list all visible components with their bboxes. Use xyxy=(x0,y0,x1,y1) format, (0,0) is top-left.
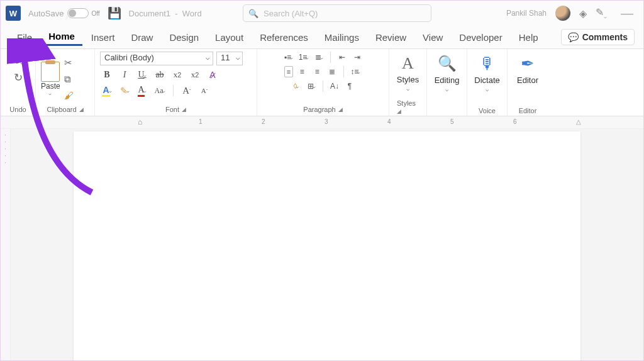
clipboard-group-title: Clipboard xyxy=(47,106,76,113)
text-effects-button[interactable]: A⌵ xyxy=(100,84,114,97)
editor-icon: ✒ xyxy=(521,53,535,74)
paragraph-dialog-launcher[interactable]: ◢ xyxy=(338,106,343,113)
premium-icon[interactable]: ◈ xyxy=(579,8,587,19)
superscript-button[interactable]: x2 xyxy=(188,69,202,81)
autosave-label: AutoSave xyxy=(28,9,64,18)
group-undo: ↺⌵ ↻ Undo xyxy=(1,49,36,116)
underline-button[interactable]: U⌵ xyxy=(135,69,149,81)
search-placeholder: Search (Alt+Q) xyxy=(264,9,318,18)
bullets-button[interactable]: ▪≡⌵ xyxy=(282,52,295,63)
tab-design[interactable]: Design xyxy=(162,30,206,45)
comment-icon: 💬 xyxy=(568,32,579,42)
undo-icon[interactable]: ↺⌵ xyxy=(13,54,23,67)
increase-indent-button[interactable]: ⇥ xyxy=(351,52,364,63)
numbering-button[interactable]: 1≡⌵ xyxy=(297,52,310,63)
shading-button[interactable]: ◊⌵ xyxy=(290,81,303,92)
tab-file[interactable]: File xyxy=(9,30,40,45)
paste-button[interactable]: Paste ⌵ xyxy=(41,62,60,96)
font-size-select[interactable]: 11 xyxy=(216,52,243,65)
clipboard-icon xyxy=(41,62,60,82)
tab-mailings[interactable]: Mailings xyxy=(317,30,367,45)
tab-developer[interactable]: Developer xyxy=(452,30,509,45)
editor-button[interactable]: ✒ Editor Editor xyxy=(508,49,548,116)
chevron-down-icon: ⌵ xyxy=(486,86,489,92)
styles-icon: A xyxy=(402,53,414,74)
strikethrough-button[interactable]: ab xyxy=(153,69,167,81)
toggle-track[interactable] xyxy=(67,8,89,18)
dictate-button[interactable]: 🎙 Dictate ⌵ Voice xyxy=(467,49,508,116)
chevron-down-icon: ⌵ xyxy=(406,86,409,92)
group-font: Calibri (Body) 11 B I U⌵ ab x2 x2 A̷ A⌵ … xyxy=(95,49,257,116)
copy-icon[interactable]: ⧉ xyxy=(64,74,74,85)
styles-button[interactable]: A Styles ⌵ Styles ◢ xyxy=(389,49,427,116)
justify-button[interactable]: ≣ xyxy=(326,66,338,77)
show-marks-button[interactable]: ¶ xyxy=(343,81,356,92)
undo-group-title: Undo xyxy=(6,106,30,114)
autosave-state: Off xyxy=(91,10,99,17)
align-center-button[interactable]: ≡ xyxy=(296,66,308,77)
paragraph-group-title: Paragraph xyxy=(303,106,335,113)
sort-button[interactable]: A↓ xyxy=(328,81,341,92)
font-name-select[interactable]: Calibri (Body) xyxy=(100,52,213,65)
ribbon-tabs: File Home Insert Draw Design Layout Refe… xyxy=(1,26,643,48)
tab-review[interactable]: Review xyxy=(368,30,414,45)
title-bar: W AutoSave Off 💾 Document1 - Word 🔍 Sear… xyxy=(1,1,643,26)
clipboard-dialog-launcher[interactable]: ◢ xyxy=(79,106,84,113)
chevron-down-icon: ⌵ xyxy=(48,91,52,96)
right-indent-marker-icon[interactable]: △ xyxy=(576,118,581,125)
align-right-button[interactable]: ≡ xyxy=(311,66,323,77)
document-title: Document1 - Word xyxy=(129,9,202,18)
ribbon: ↺⌵ ↻ Undo Paste ⌵ ✂ ⧉ 🖌 Clipboard◢ Calib… xyxy=(1,48,643,116)
tab-draw[interactable]: Draw xyxy=(123,30,160,45)
avatar[interactable] xyxy=(555,6,570,21)
document-page[interactable] xyxy=(74,131,580,361)
line-spacing-button[interactable]: ↕≡⌵ xyxy=(349,66,362,77)
comments-button[interactable]: 💬 Comments xyxy=(561,29,635,45)
bold-button[interactable]: B xyxy=(100,69,114,81)
tab-home[interactable]: Home xyxy=(41,28,82,46)
horizontal-ruler[interactable]: ⌂ 1 2 3 4 5 6 △ xyxy=(1,116,643,129)
highlight-button[interactable]: ✎⌵ xyxy=(118,84,131,97)
document-area: ····· xyxy=(1,129,643,360)
tab-help[interactable]: Help xyxy=(511,30,546,45)
borders-button[interactable]: ⊞⌵ xyxy=(305,81,318,92)
paste-label: Paste xyxy=(41,82,60,91)
group-paragraph: ▪≡⌵ 1≡⌵ ≣⌵ ⇤ ⇥ ≡ ≡ ≡ ≣ ↕≡⌵ ◊⌵ ⊞⌵ A↓ ¶ xyxy=(257,49,389,116)
editing-button[interactable]: 🔍 Editing ⌵ xyxy=(427,49,467,116)
multilevel-button[interactable]: ≣⌵ xyxy=(313,52,325,63)
shrink-font-button[interactable]: Aˇ xyxy=(197,84,211,97)
group-clipboard: Paste ⌵ ✂ ⧉ 🖌 Clipboard◢ xyxy=(36,49,95,116)
autosave-toggle[interactable]: AutoSave Off xyxy=(28,8,100,18)
grow-font-button[interactable]: Aˆ xyxy=(180,84,194,97)
format-painter-icon[interactable]: 🖌 xyxy=(64,90,74,101)
change-case-button[interactable]: Aa⌵ xyxy=(153,84,167,97)
cut-icon[interactable]: ✂ xyxy=(64,57,74,69)
tab-layout[interactable]: Layout xyxy=(208,30,251,45)
save-icon[interactable]: 💾 xyxy=(108,6,121,20)
minimize-button[interactable]: — xyxy=(616,6,638,21)
subscript-button[interactable]: x2 xyxy=(170,69,184,81)
toggle-knob xyxy=(69,9,76,17)
chevron-down-icon: ⌵ xyxy=(445,86,448,92)
decrease-indent-button[interactable]: ⇤ xyxy=(336,52,348,63)
italic-button[interactable]: I xyxy=(118,69,131,81)
tab-view[interactable]: View xyxy=(415,30,450,45)
microphone-icon: 🎙 xyxy=(479,53,496,74)
search-input[interactable]: 🔍 Search (Alt+Q) xyxy=(243,4,431,22)
vertical-ruler[interactable]: ····· xyxy=(1,129,11,360)
tab-references[interactable]: References xyxy=(252,30,316,45)
font-dialog-launcher[interactable]: ◢ xyxy=(182,106,186,113)
drawing-mode-icon[interactable]: ✎⌵ xyxy=(596,6,607,19)
styles-dialog-launcher[interactable]: ◢ xyxy=(397,108,401,114)
indent-marker-icon[interactable]: ⌂ xyxy=(138,118,142,126)
font-color-button[interactable]: A⌵ xyxy=(135,84,149,97)
find-icon: 🔍 xyxy=(438,53,457,74)
user-name[interactable]: Pankil Shah xyxy=(506,9,547,18)
align-left-button[interactable]: ≡ xyxy=(284,66,293,77)
redo-icon[interactable]: ↻ xyxy=(14,71,23,84)
clear-formatting-button[interactable]: A̷ xyxy=(206,69,219,81)
search-icon: 🔍 xyxy=(248,9,258,18)
tab-insert[interactable]: Insert xyxy=(84,30,123,45)
font-group-title: Font xyxy=(165,106,179,113)
word-app-icon: W xyxy=(6,6,21,21)
